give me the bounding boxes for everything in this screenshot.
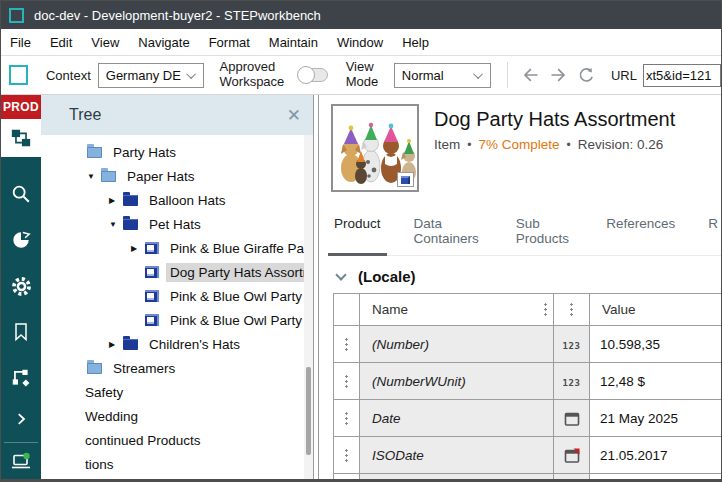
- context-dropdown[interactable]: Germany DE: [98, 63, 204, 88]
- window-title: doc-dev - Development-buyer2 - STEPworkb…: [34, 8, 321, 23]
- expand-arrow-icon[interactable]: ▶: [109, 340, 123, 349]
- attribute-table: Name Value: [333, 293, 721, 479]
- tree-item-discontinued-products[interactable]: continued Products: [41, 428, 313, 452]
- table-row[interactable]: (NumberWUnit) 123 12,48 $: [334, 363, 722, 400]
- expand-arrow-icon[interactable]: ▶: [109, 196, 123, 205]
- tree-item-dog-party-hats[interactable]: Dog Party Hats Assortment: [41, 260, 313, 284]
- title-bar: doc-dev - Development-buyer2 - STEPworkb…: [1, 1, 721, 29]
- view-mode-label: View Mode: [346, 60, 387, 90]
- close-icon[interactable]: ✕: [287, 107, 301, 124]
- menu-edit[interactable]: Edit: [50, 35, 72, 50]
- product-icon: [145, 290, 159, 302]
- url-label: URL: [611, 68, 637, 83]
- menu-bar: File Edit View Navigate Format Maintain …: [1, 29, 721, 56]
- calendar-icon: [564, 411, 580, 427]
- folder-icon: [123, 219, 138, 230]
- table-row[interactable]: Date 21 May 2025: [334, 400, 722, 437]
- tab-product[interactable]: Product: [331, 216, 384, 255]
- collapse-arrow-icon[interactable]: ▼: [87, 172, 101, 181]
- tree-nav-button[interactable]: [1, 119, 41, 157]
- tree-item-owl-party-hat-1[interactable]: Pink & Blue Owl Party Hat: [41, 284, 313, 308]
- tab-references[interactable]: References: [603, 216, 678, 255]
- drag-handle-icon[interactable]: [345, 374, 348, 389]
- view-mode-value: Normal: [402, 68, 444, 83]
- attribute-name: Date: [360, 411, 553, 426]
- workflow-nav-button[interactable]: [1, 355, 41, 401]
- tree-item-balloon-hats[interactable]: ▶ Balloon Hats: [41, 188, 313, 212]
- chevron-down-icon: [186, 69, 196, 79]
- attribute-value[interactable]: 21.05.2017: [590, 437, 722, 474]
- tree-item-tions[interactable]: tions: [41, 452, 313, 476]
- history-nav-button[interactable]: [1, 217, 41, 263]
- refresh-button[interactable]: [575, 63, 599, 87]
- menu-file[interactable]: File: [10, 35, 31, 50]
- table-row[interactable]: ISODate 21.05.2017: [334, 437, 722, 474]
- tab-data-containers[interactable]: Data Containers: [411, 216, 486, 255]
- menu-maintain[interactable]: Maintain: [269, 35, 318, 50]
- tab-sub-products[interactable]: Sub Products: [513, 216, 576, 255]
- menu-format[interactable]: Format: [209, 35, 250, 50]
- attribute-value[interactable]: 12,48 $: [590, 363, 722, 400]
- menu-navigate[interactable]: Navigate: [138, 35, 189, 50]
- menu-window[interactable]: Window: [337, 35, 383, 50]
- arrow-left-icon: [520, 65, 540, 85]
- tree-item-party-hats[interactable]: Party Hats: [41, 140, 313, 164]
- view-mode-dropdown[interactable]: Normal: [394, 63, 491, 88]
- object-type: Item: [434, 137, 460, 152]
- approved-workspace-toggle[interactable]: [299, 68, 327, 82]
- tree-item-paper-hats[interactable]: ▼ Paper Hats: [41, 164, 313, 188]
- tree-item-safety[interactable]: Safety: [41, 380, 313, 404]
- locale-section-header[interactable]: (Locale): [333, 268, 721, 285]
- product-icon: [145, 242, 159, 254]
- attribute-value[interactable]: 10.598,35: [590, 326, 722, 363]
- tree-panel: Tree ✕ Party Hats ▼ Paper Hats ▶ Balloon…: [41, 95, 314, 479]
- url-input[interactable]: [643, 64, 721, 87]
- forward-button[interactable]: [546, 63, 570, 87]
- back-button[interactable]: [518, 63, 542, 87]
- attribute-name: (NumberWUnit): [360, 374, 553, 389]
- tree-item-streamers[interactable]: Streamers: [41, 356, 313, 380]
- number-icon: 123: [563, 341, 581, 351]
- column-menu-icon[interactable]: [570, 302, 573, 317]
- attribute-name: ISODate: [360, 448, 553, 463]
- tree-item-childrens-hats[interactable]: ▶ Children's Hats: [41, 332, 313, 356]
- collapse-arrow-icon[interactable]: ▼: [109, 220, 123, 229]
- product-icon: [145, 314, 159, 326]
- expand-arrow-icon[interactable]: ▶: [131, 244, 145, 253]
- name-column-header: Name: [372, 302, 408, 317]
- bullet: •: [467, 138, 471, 152]
- cube-icon: [401, 176, 410, 184]
- table-row[interactable]: (Number) 123 10.598,35: [334, 326, 722, 363]
- drag-handle-icon[interactable]: [345, 411, 348, 426]
- tree-item-owl-party-hat-2[interactable]: Pink & Blue Owl Party Hat: [41, 308, 313, 332]
- table-row[interactable]: ISO Date Time 21.05.2025 12:26:30: [334, 474, 722, 480]
- expand-rail-button[interactable]: [1, 401, 41, 437]
- left-rail: PROD: [1, 95, 41, 479]
- column-menu-icon[interactable]: [544, 302, 547, 317]
- attribute-name: (Number): [360, 337, 553, 352]
- drag-handle-icon[interactable]: [345, 337, 348, 352]
- drag-handle-icon[interactable]: [345, 448, 348, 463]
- toggle-knob: [297, 66, 315, 84]
- workstation-button[interactable]: [1, 443, 41, 479]
- tree-item-pet-hats[interactable]: ▼ Pet Hats: [41, 212, 313, 236]
- menu-help[interactable]: Help: [402, 35, 429, 50]
- tree-item-wedding[interactable]: Wedding: [41, 404, 313, 428]
- scrollbar-thumb[interactable]: [306, 367, 311, 455]
- menu-view[interactable]: View: [91, 35, 119, 50]
- attribute-value[interactable]: 21.05.2025 12:26:30: [590, 474, 722, 480]
- tree-scrollbar[interactable]: [304, 135, 313, 479]
- folder-icon: [123, 195, 138, 206]
- product-title: Dog Party Hats Assortment: [434, 108, 675, 131]
- search-nav-button[interactable]: [1, 171, 41, 217]
- settings-nav-button[interactable]: [1, 263, 41, 309]
- tree-item-giraffe-party-hat[interactable]: ▶ Pink & Blue Giraffe Party Hat: [41, 236, 313, 260]
- value-column-header: Value: [602, 302, 636, 317]
- tree-body: Party Hats ▼ Paper Hats ▶ Balloon Hats ▼…: [41, 135, 313, 479]
- tab-truncated[interactable]: R: [705, 216, 721, 255]
- attribute-value[interactable]: 21 May 2025: [590, 400, 722, 437]
- completeness: 7% Complete: [478, 137, 559, 152]
- product-thumbnail[interactable]: [331, 104, 419, 192]
- bookmark-nav-button[interactable]: [1, 309, 41, 355]
- asset-badge: [397, 172, 414, 187]
